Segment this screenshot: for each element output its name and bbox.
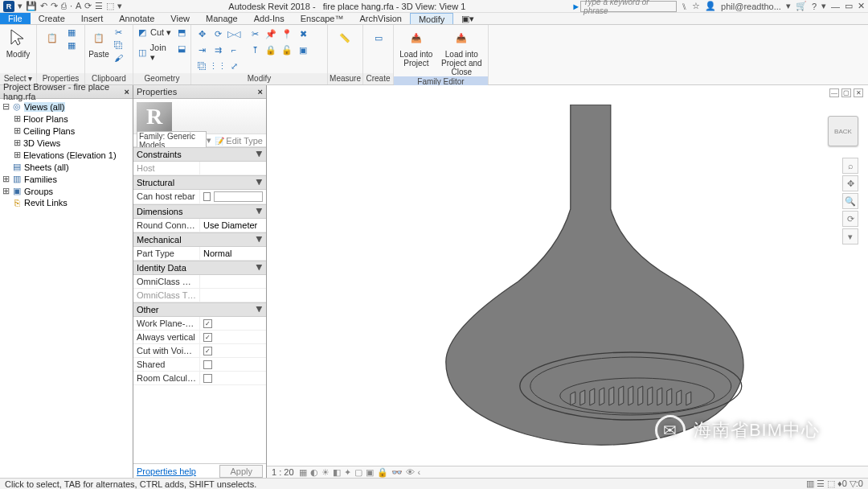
tab-create[interactable]: Create [31,13,73,24]
split-face-button[interactable]: ⬓ [176,43,187,54]
subscription-icon[interactable]: ⑊ [682,2,687,11]
tree-groups[interactable]: Groups [24,187,53,196]
lock-icon[interactable]: 🔒 [377,467,388,478]
cat-other[interactable]: Other⯆ [133,302,266,317]
lock-icon[interactable]: 🔒 [264,43,278,57]
qat-open-icon[interactable]: ▾ [18,1,23,11]
expand-icon[interactable]: ⊞ [13,113,21,124]
cat-structural[interactable]: Structural⯆ [133,175,266,190]
info-icon[interactable]: ► [571,2,580,11]
rotate-icon[interactable]: ⟳ [211,27,225,41]
group-icon[interactable]: ▣ [296,43,310,57]
qat-undo-icon[interactable]: ↶ [40,1,47,11]
cope-button[interactable]: ⬒ [176,27,187,38]
shadows-icon[interactable]: ◧ [333,467,341,478]
array-icon[interactable]: ⋮⋮ [211,59,225,73]
restore-button[interactable]: ▭ [845,1,853,11]
measure-button[interactable]: 📏 [331,27,358,49]
trim-icon[interactable]: ⌐ [227,43,241,57]
connector-value[interactable]: Use Diameter [199,219,266,232]
av-checkbox[interactable]: ✓ [203,333,212,342]
tree-links[interactable]: Revit Links [24,198,68,208]
qat-icon[interactable]: ☰ [95,1,103,11]
view-control-bar[interactable]: 1 : 20 ▦ ◐ ☀ ◧ ✦ ▢ ▣ 🔒 👓 👁 ‹ [267,466,868,478]
split-icon[interactable]: ✂ [248,27,262,41]
user-label[interactable]: phil@readtho... [721,2,781,11]
copy-button[interactable]: ⿻ [113,39,124,51]
tree-sheets[interactable]: Sheets (all) [24,162,69,172]
join-geom-button[interactable]: ◫Join ▾ [137,43,173,63]
modify-tool-button[interactable]: Modify [3,27,33,59]
delete-icon[interactable]: ✖ [296,27,310,41]
cvw-checkbox[interactable]: ✓ [203,347,212,355]
tab-file[interactable]: File [0,13,31,24]
offset-icon[interactable]: ⇉ [211,43,225,57]
qat-print-icon[interactable]: ⎙ [61,1,67,11]
more-icon[interactable]: ‹ [418,467,421,478]
cut-button[interactable]: ✂ [113,27,124,38]
visual-style-icon[interactable]: ◐ [310,467,318,478]
help-icon[interactable]: ? [812,2,817,11]
project-browser-tree[interactable]: ⊟◎Views (all) ⊞Floor Plans ⊞Ceiling Plan… [0,99,133,478]
qat-save-icon[interactable]: 💾 [26,1,37,11]
pin-icon[interactable]: 📌 [264,27,278,41]
tree-elevations[interactable]: Elevations (Elevation 1) [23,150,117,160]
copy-icon[interactable]: ⿻ [194,59,209,73]
exchange-icon[interactable]: ▾ [786,1,791,11]
close-icon[interactable]: × [258,87,263,97]
tree-3dviews[interactable]: 3D Views [23,138,60,148]
tab-expand-icon[interactable]: ▣▾ [453,13,482,24]
star-icon[interactable]: ☆ [692,1,700,11]
unlock-icon[interactable]: 🔓 [280,43,294,57]
apply-button[interactable]: Apply [219,465,263,478]
properties-header[interactable]: Properties × [133,85,266,99]
view-close-icon[interactable]: ✕ [854,88,863,97]
load-into-project-button[interactable]: 📥 Load into Project [397,27,436,68]
qat-icon[interactable]: ⟳ [84,1,92,11]
tab-annotate[interactable]: Annotate [111,13,162,24]
cat-identity[interactable]: Identity Data⯆ [133,261,266,275]
tab-addins[interactable]: Add-Ins [246,13,293,24]
shared-checkbox[interactable] [203,360,212,369]
crop-region-icon[interactable]: ▣ [366,467,374,478]
properties-help-link[interactable]: Properties help [137,466,196,476]
crop-icon[interactable]: ▢ [354,467,362,478]
reveal-icon[interactable]: 👁 [406,467,415,478]
tree-families[interactable]: Families [24,175,57,184]
unpin-icon[interactable]: 📍 [280,27,294,41]
view-min-icon[interactable]: — [829,88,839,97]
tab-insert[interactable]: Insert [73,13,112,24]
tree-views[interactable]: Views (all) [24,102,65,112]
cat-constraints[interactable]: Constraints⯆ [133,147,266,162]
tab-manage[interactable]: Manage [198,13,246,24]
minimize-button[interactable]: — [831,2,840,11]
parttype-value[interactable]: Normal [199,247,266,260]
cart-icon[interactable]: 🛒 [796,1,807,11]
collapse-icon[interactable]: ⊟ [2,101,10,112]
wpb-checkbox[interactable]: ✓ [203,319,212,328]
close-button[interactable]: ✕ [858,1,865,11]
cat-mechanical[interactable]: Mechanical⯆ [133,232,266,247]
temp-hide-icon[interactable]: 👓 [391,467,403,478]
cat-dimensions[interactable]: Dimensions⯆ [133,204,266,219]
tab-modify[interactable]: Modify [410,13,453,24]
quick-access-toolbar[interactable]: ▾ 💾 ↶ ↷ ⎙ · A ⟳ ☰ ⬚ ▾ [18,1,122,11]
signin-icon[interactable]: 👤 [705,1,716,11]
nav-orbit-icon[interactable]: ⟳ [842,211,858,227]
expand-icon[interactable]: ⊞ [13,125,21,136]
scale-icon[interactable]: ⤢ [227,59,241,73]
nav-zoom-icon[interactable]: 🔍 [842,193,858,209]
project-browser-header[interactable]: Project Browser - fire place hang.rfa × [0,85,133,99]
search-input[interactable]: Type a keyword or phrase [580,1,677,12]
rebar-field[interactable] [214,191,263,202]
expand-icon[interactable]: ⊞ [2,174,10,184]
tab-archvision[interactable]: ArchVision [351,13,409,24]
properties-button[interactable]: 📋 [40,27,64,49]
qat-icon[interactable]: ⬚ [106,1,114,11]
view-max-icon[interactable]: ▢ [841,88,851,97]
expand-icon[interactable]: ⊞ [13,138,21,148]
render-icon[interactable]: ✦ [344,467,351,478]
mirror-icon[interactable]: ▷◁ [227,27,241,41]
expand-icon[interactable]: ⊞ [13,150,21,160]
tree-ceilingplans[interactable]: Ceiling Plans [23,126,75,136]
